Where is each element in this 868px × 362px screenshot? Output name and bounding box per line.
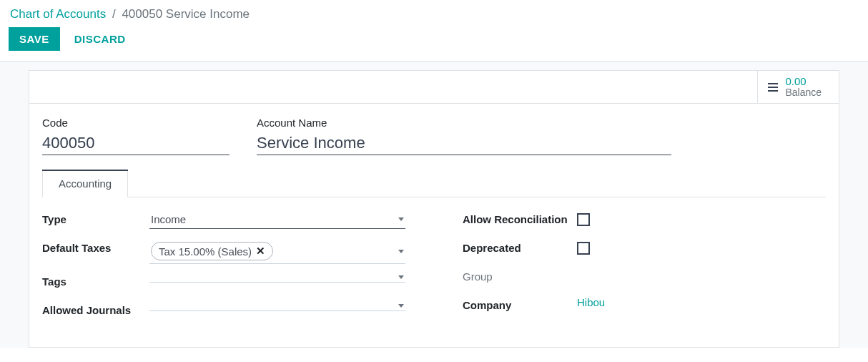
allow-reconciliation-label: Allow Reconciliation bbox=[463, 210, 577, 225]
default-taxes-label: Default Taxes bbox=[42, 239, 149, 254]
deprecated-label: Deprecated bbox=[463, 239, 577, 254]
breadcrumb-sep: / bbox=[112, 7, 116, 21]
chevron-down-icon bbox=[398, 275, 404, 279]
chevron-down-icon bbox=[398, 217, 404, 221]
breadcrumb-parent[interactable]: Chart of Accounts bbox=[10, 7, 106, 21]
code-label: Code bbox=[42, 117, 230, 129]
account-name-label: Account Name bbox=[257, 117, 671, 129]
balance-label: Balance bbox=[785, 87, 822, 98]
stat-row: 0.00 Balance bbox=[29, 71, 839, 104]
chevron-down-icon bbox=[398, 250, 404, 253]
discard-button[interactable]: DISCARD bbox=[71, 28, 129, 50]
content-area: 0.00 Balance Code Account Name Accountin… bbox=[0, 61, 868, 348]
list-icon bbox=[768, 83, 778, 92]
balance-stat-button[interactable]: 0.00 Balance bbox=[757, 71, 839, 103]
close-icon[interactable]: ✕ bbox=[256, 245, 265, 258]
type-label: Type bbox=[42, 210, 149, 225]
save-button[interactable]: SAVE bbox=[9, 27, 60, 51]
allow-reconciliation-checkbox[interactable] bbox=[577, 213, 590, 226]
type-select[interactable]: Income bbox=[149, 210, 405, 229]
breadcrumb-current: 400050 Service Income bbox=[122, 7, 250, 21]
company-label: Company bbox=[463, 296, 577, 311]
code-input[interactable] bbox=[42, 132, 230, 155]
group-label: Group bbox=[463, 268, 577, 283]
account-name-input[interactable] bbox=[257, 132, 671, 155]
action-bar: SAVE DISCARD bbox=[0, 27, 868, 61]
form-sheet: 0.00 Balance Code Account Name Accountin… bbox=[29, 70, 839, 348]
company-link[interactable]: Hibou bbox=[577, 296, 605, 308]
allowed-journals-select[interactable] bbox=[149, 301, 405, 311]
tax-tag-text: Tax 15.00% (Sales) bbox=[159, 245, 252, 258]
tags-select[interactable] bbox=[149, 273, 405, 283]
deprecated-checkbox[interactable] bbox=[577, 242, 590, 255]
breadcrumb: Chart of Accounts / 400050 Service Incom… bbox=[0, 0, 868, 27]
tabs: Accounting bbox=[42, 170, 826, 197]
type-value: Income bbox=[151, 213, 186, 225]
tags-label: Tags bbox=[42, 273, 149, 288]
balance-value: 0.00 bbox=[785, 76, 822, 88]
tab-accounting[interactable]: Accounting bbox=[42, 170, 128, 197]
allowed-journals-label: Allowed Journals bbox=[42, 301, 149, 316]
default-taxes-select[interactable]: Tax 15.00% (Sales) ✕ bbox=[149, 239, 405, 264]
tax-tag: Tax 15.00% (Sales) ✕ bbox=[151, 242, 273, 260]
chevron-down-icon bbox=[398, 304, 404, 308]
